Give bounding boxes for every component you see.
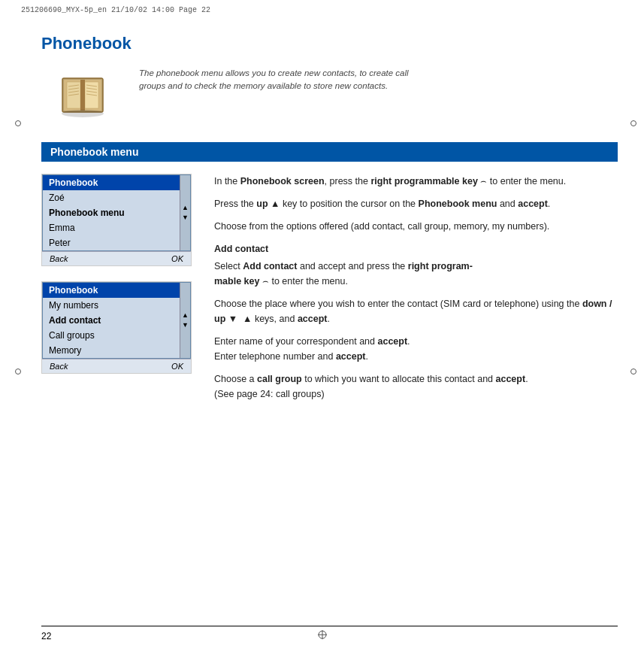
scroll-up-arrow: ▲ [182, 203, 189, 213]
screen2-buttons: Back OK [42, 359, 191, 373]
screen1-row-phonebook-menu: Phonebook menu [43, 205, 180, 220]
screen2-inner: Phonebook My numbers Add contact Call gr… [42, 282, 191, 359]
main-content: Phonebook [41, 34, 618, 626]
bottom-crosshair-icon [317, 629, 328, 640]
screen2-scroll: ▲ ▼ [180, 283, 190, 358]
margin-mark-bottom [15, 368, 21, 375]
instruction-p3: Choose from the options offered (add con… [214, 219, 618, 234]
margin-mark-top [15, 120, 21, 126]
instruction-p6: Enter name of your correspondent and acc… [214, 334, 618, 364]
screen2-btn-back: Back [50, 362, 68, 371]
screen2-row-call-groups: Call groups [43, 328, 180, 343]
screen2-row-my-numbers: My numbers [43, 298, 180, 313]
screen2-scroll-container: Phonebook My numbers Add contact Call gr… [43, 283, 190, 358]
screen1-row-peter: Peter [43, 235, 180, 250]
scroll-down-arrow: ▼ [182, 213, 189, 223]
bottom-divider [41, 626, 618, 626]
screen1-scroll: ▲ ▼ [180, 175, 190, 250]
screen2-rows: Phonebook My numbers Add contact Call gr… [43, 283, 180, 358]
phonebook-icon [49, 67, 116, 127]
instruction-p7: Choose a call group to which you want to… [214, 372, 618, 402]
page-title: Phonebook [41, 34, 618, 53]
screen1-rows: Phonebook Zoé Phonebook menu Emma Peter [43, 175, 180, 250]
doc-header: 251206690_MYX-5p_en 21/10/02 14:00 Page … [21, 6, 623, 14]
instruction-p5: Choose the place where you wish to enter… [214, 296, 618, 326]
right-column: In the Phonebook screen, press the right… [214, 174, 618, 409]
phone-screen-1: Phonebook Zoé Phonebook menu Emma Peter … [41, 174, 192, 266]
instruction-p4: Select Add contact and accept and press … [214, 259, 618, 289]
instruction-p2: Press the up ▲ key to position the curso… [214, 196, 618, 211]
screen1-row-zoe: Zoé [43, 190, 180, 205]
phonebook-icon-area [41, 67, 124, 127]
screen1-btn-back: Back [50, 254, 68, 263]
screen1-row-emma: Emma [43, 220, 180, 235]
phone-screen-2: Phonebook My numbers Add contact Call gr… [41, 281, 192, 374]
svg-point-13 [62, 110, 104, 117]
intro-section: The phonebook menu allows you to create … [41, 67, 618, 127]
page-wrapper: 251206690_MYX-5p_en 21/10/02 14:00 Page … [0, 0, 644, 649]
left-column: Phonebook Zoé Phonebook menu Emma Peter … [41, 174, 199, 374]
screen2-row-phonebook: Phonebook [43, 283, 180, 298]
section-header: Phonebook menu [41, 142, 618, 162]
screen2-row-memory: Memory [43, 343, 180, 358]
intro-text-content: The phonebook menu allows you to create … [139, 68, 409, 90]
two-column-layout: Phonebook Zoé Phonebook menu Emma Peter … [41, 174, 618, 409]
instruction-p1: In the Phonebook screen, press the right… [214, 174, 618, 189]
screen1-btn-ok: OK [171, 254, 183, 263]
screen1-buttons: Back OK [42, 251, 191, 265]
doc-ref-text: 251206690_MYX-5p_en 21/10/02 14:00 Page … [21, 6, 210, 14]
margin-mark-right-top [630, 120, 636, 126]
screen2-btn-ok: OK [171, 362, 183, 371]
screen1-scroll-container: Phonebook Zoé Phonebook menu Emma Peter … [43, 175, 190, 250]
screen2-row-add-contact: Add contact [43, 313, 180, 328]
intro-text: The phonebook menu allows you to create … [139, 67, 425, 93]
add-contact-subheading: Add contact [214, 241, 618, 256]
margin-mark-right-bottom [630, 368, 636, 375]
screen1-row-phonebook: Phonebook [43, 175, 180, 190]
page-number: 22 [41, 631, 51, 641]
screen1-inner: Phonebook Zoé Phonebook menu Emma Peter … [42, 174, 191, 251]
scroll2-up-arrow: ▲ [182, 311, 189, 320]
svg-rect-4 [80, 80, 85, 111]
scroll2-down-arrow: ▼ [182, 320, 189, 330]
